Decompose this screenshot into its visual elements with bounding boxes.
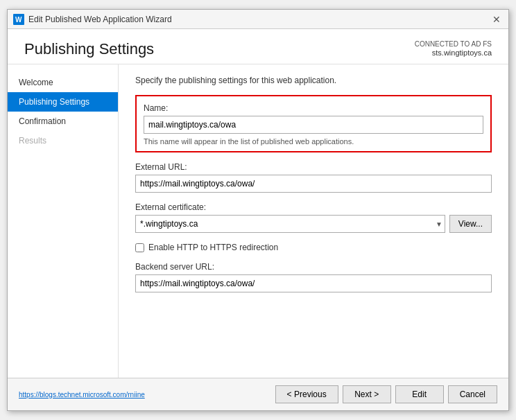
- sidebar-item-confirmation[interactable]: Confirmation: [8, 112, 118, 131]
- connection-server: sts.wingtiptoys.ca: [415, 48, 492, 58]
- http-redirect-row: Enable HTTP to HTTPS redirection: [135, 243, 492, 252]
- sidebar-item-results: Results: [8, 131, 118, 150]
- sidebar-item-publishing-settings[interactable]: Publishing Settings: [8, 92, 118, 112]
- view-button[interactable]: View...: [449, 215, 492, 233]
- external-cert-section: External certificate: *.wingtiptoys.ca ▼…: [135, 202, 492, 233]
- close-button[interactable]: ✕: [490, 13, 503, 26]
- instruction-text: Specify the publishing settings for this…: [135, 76, 492, 85]
- name-section: Name: This name will appear in the list …: [135, 95, 492, 152]
- cert-select-wrapper: *.wingtiptoys.ca ▼: [135, 215, 445, 233]
- header: Publishing Settings CONNECTED TO AD FS s…: [8, 29, 508, 64]
- external-url-label: External URL:: [135, 162, 492, 172]
- main-window: W Edit Published Web Application Wizard …: [7, 9, 509, 411]
- name-label: Name:: [144, 103, 483, 113]
- cert-row: *.wingtiptoys.ca ▼ View...: [135, 215, 492, 233]
- previous-button[interactable]: < Previous: [275, 385, 338, 403]
- app-icon: W: [13, 14, 24, 25]
- cancel-button[interactable]: Cancel: [448, 385, 497, 403]
- title-bar: W Edit Published Web Application Wizard …: [8, 10, 508, 29]
- backend-url-label: Backend server URL:: [135, 262, 492, 272]
- main-content-panel: Specify the publishing settings for this…: [119, 64, 508, 378]
- next-button[interactable]: Next >: [343, 385, 391, 403]
- cert-select[interactable]: *.wingtiptoys.ca: [135, 215, 445, 233]
- name-note: This name will appear in the list of pub…: [144, 137, 483, 146]
- external-url-input[interactable]: [135, 175, 492, 193]
- svg-text:W: W: [15, 16, 22, 24]
- connection-label: CONNECTED TO AD FS: [415, 40, 492, 48]
- content-area: Welcome Publishing Settings Confirmation…: [8, 64, 508, 378]
- external-url-section: External URL:: [135, 162, 492, 193]
- title-bar-left: W Edit Published Web Application Wizard: [13, 14, 172, 25]
- http-redirect-label: Enable HTTP to HTTPS redirection: [148, 243, 278, 252]
- sidebar: Welcome Publishing Settings Confirmation…: [8, 64, 119, 378]
- connection-info: CONNECTED TO AD FS sts.wingtiptoys.ca: [415, 40, 492, 58]
- http-redirect-checkbox[interactable]: [135, 243, 144, 252]
- page-title: Publishing Settings: [24, 40, 154, 58]
- footer-link[interactable]: https://blogs.technet.microsoft.com/rnii…: [19, 391, 145, 399]
- backend-url-input[interactable]: [135, 274, 492, 292]
- sidebar-item-welcome[interactable]: Welcome: [8, 73, 118, 92]
- backend-url-section: Backend server URL:: [135, 262, 492, 292]
- title-bar-text: Edit Published Web Application Wizard: [28, 15, 172, 24]
- name-input[interactable]: [144, 116, 483, 134]
- external-cert-label: External certificate:: [135, 202, 492, 212]
- edit-button[interactable]: Edit: [395, 385, 444, 403]
- footer: https://blogs.technet.microsoft.com/rnii…: [8, 378, 508, 410]
